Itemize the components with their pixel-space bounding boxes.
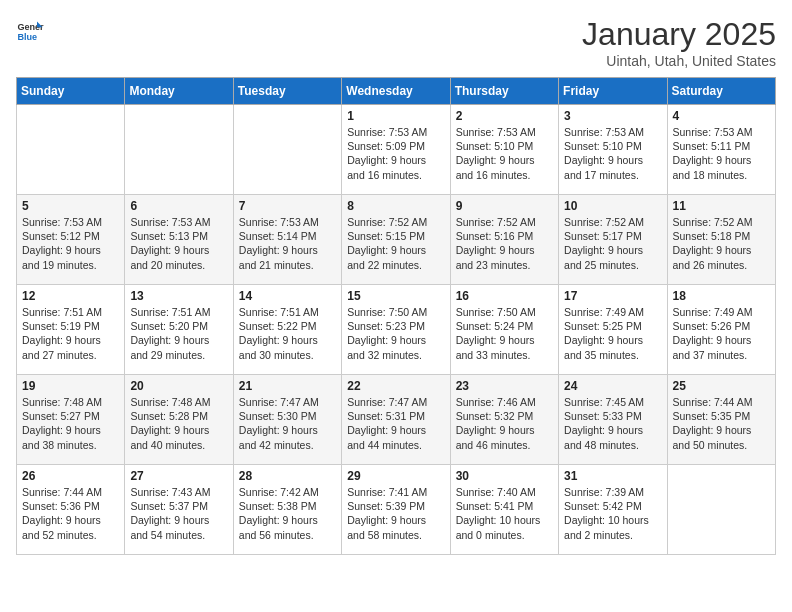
calendar-cell: 3Sunrise: 7:53 AMSunset: 5:10 PMDaylight… — [559, 105, 667, 195]
day-info: Sunrise: 7:50 AMSunset: 5:24 PMDaylight:… — [456, 305, 553, 362]
calendar-cell: 17Sunrise: 7:49 AMSunset: 5:25 PMDayligh… — [559, 285, 667, 375]
day-info: Sunrise: 7:42 AMSunset: 5:38 PMDaylight:… — [239, 485, 336, 542]
day-info: Sunrise: 7:44 AMSunset: 5:35 PMDaylight:… — [673, 395, 770, 452]
calendar-cell: 16Sunrise: 7:50 AMSunset: 5:24 PMDayligh… — [450, 285, 558, 375]
calendar-cell: 28Sunrise: 7:42 AMSunset: 5:38 PMDayligh… — [233, 465, 341, 555]
calendar-cell: 12Sunrise: 7:51 AMSunset: 5:19 PMDayligh… — [17, 285, 125, 375]
calendar-cell: 21Sunrise: 7:47 AMSunset: 5:30 PMDayligh… — [233, 375, 341, 465]
day-number: 24 — [564, 379, 661, 393]
day-number: 19 — [22, 379, 119, 393]
calendar-cell: 9Sunrise: 7:52 AMSunset: 5:16 PMDaylight… — [450, 195, 558, 285]
title-block: January 2025 Uintah, Utah, United States — [582, 16, 776, 69]
calendar-cell: 6Sunrise: 7:53 AMSunset: 5:13 PMDaylight… — [125, 195, 233, 285]
page-header: General Blue January 2025 Uintah, Utah, … — [16, 16, 776, 69]
day-number: 17 — [564, 289, 661, 303]
day-info: Sunrise: 7:41 AMSunset: 5:39 PMDaylight:… — [347, 485, 444, 542]
day-number: 10 — [564, 199, 661, 213]
calendar-cell — [233, 105, 341, 195]
day-info: Sunrise: 7:51 AMSunset: 5:22 PMDaylight:… — [239, 305, 336, 362]
logo: General Blue — [16, 16, 44, 44]
day-number: 6 — [130, 199, 227, 213]
day-info: Sunrise: 7:45 AMSunset: 5:33 PMDaylight:… — [564, 395, 661, 452]
day-info: Sunrise: 7:52 AMSunset: 5:15 PMDaylight:… — [347, 215, 444, 272]
calendar-cell: 27Sunrise: 7:43 AMSunset: 5:37 PMDayligh… — [125, 465, 233, 555]
day-number: 25 — [673, 379, 770, 393]
day-number: 28 — [239, 469, 336, 483]
calendar-cell: 24Sunrise: 7:45 AMSunset: 5:33 PMDayligh… — [559, 375, 667, 465]
day-number: 29 — [347, 469, 444, 483]
calendar-week-row: 26Sunrise: 7:44 AMSunset: 5:36 PMDayligh… — [17, 465, 776, 555]
calendar-table: SundayMondayTuesdayWednesdayThursdayFrid… — [16, 77, 776, 555]
calendar-header-row: SundayMondayTuesdayWednesdayThursdayFrid… — [17, 78, 776, 105]
day-number: 11 — [673, 199, 770, 213]
day-info: Sunrise: 7:44 AMSunset: 5:36 PMDaylight:… — [22, 485, 119, 542]
logo-icon: General Blue — [16, 16, 44, 44]
day-info: Sunrise: 7:46 AMSunset: 5:32 PMDaylight:… — [456, 395, 553, 452]
calendar-cell: 5Sunrise: 7:53 AMSunset: 5:12 PMDaylight… — [17, 195, 125, 285]
calendar-cell: 11Sunrise: 7:52 AMSunset: 5:18 PMDayligh… — [667, 195, 775, 285]
day-info: Sunrise: 7:48 AMSunset: 5:28 PMDaylight:… — [130, 395, 227, 452]
svg-text:Blue: Blue — [17, 32, 37, 42]
weekday-header-friday: Friday — [559, 78, 667, 105]
calendar-cell: 22Sunrise: 7:47 AMSunset: 5:31 PMDayligh… — [342, 375, 450, 465]
calendar-week-row: 12Sunrise: 7:51 AMSunset: 5:19 PMDayligh… — [17, 285, 776, 375]
calendar-week-row: 1Sunrise: 7:53 AMSunset: 5:09 PMDaylight… — [17, 105, 776, 195]
calendar-cell: 31Sunrise: 7:39 AMSunset: 5:42 PMDayligh… — [559, 465, 667, 555]
calendar-cell: 10Sunrise: 7:52 AMSunset: 5:17 PMDayligh… — [559, 195, 667, 285]
calendar-cell: 29Sunrise: 7:41 AMSunset: 5:39 PMDayligh… — [342, 465, 450, 555]
day-info: Sunrise: 7:49 AMSunset: 5:26 PMDaylight:… — [673, 305, 770, 362]
day-number: 31 — [564, 469, 661, 483]
day-info: Sunrise: 7:48 AMSunset: 5:27 PMDaylight:… — [22, 395, 119, 452]
day-info: Sunrise: 7:43 AMSunset: 5:37 PMDaylight:… — [130, 485, 227, 542]
weekday-header-tuesday: Tuesday — [233, 78, 341, 105]
day-number: 15 — [347, 289, 444, 303]
location-title: Uintah, Utah, United States — [582, 53, 776, 69]
day-number: 2 — [456, 109, 553, 123]
calendar-cell: 7Sunrise: 7:53 AMSunset: 5:14 PMDaylight… — [233, 195, 341, 285]
calendar-cell — [17, 105, 125, 195]
day-info: Sunrise: 7:47 AMSunset: 5:30 PMDaylight:… — [239, 395, 336, 452]
weekday-header-sunday: Sunday — [17, 78, 125, 105]
calendar-cell: 15Sunrise: 7:50 AMSunset: 5:23 PMDayligh… — [342, 285, 450, 375]
day-info: Sunrise: 7:53 AMSunset: 5:10 PMDaylight:… — [456, 125, 553, 182]
calendar-cell: 1Sunrise: 7:53 AMSunset: 5:09 PMDaylight… — [342, 105, 450, 195]
day-number: 23 — [456, 379, 553, 393]
day-number: 14 — [239, 289, 336, 303]
day-info: Sunrise: 7:53 AMSunset: 5:11 PMDaylight:… — [673, 125, 770, 182]
day-number: 9 — [456, 199, 553, 213]
day-info: Sunrise: 7:52 AMSunset: 5:16 PMDaylight:… — [456, 215, 553, 272]
day-info: Sunrise: 7:49 AMSunset: 5:25 PMDaylight:… — [564, 305, 661, 362]
day-info: Sunrise: 7:40 AMSunset: 5:41 PMDaylight:… — [456, 485, 553, 542]
calendar-cell: 18Sunrise: 7:49 AMSunset: 5:26 PMDayligh… — [667, 285, 775, 375]
day-info: Sunrise: 7:53 AMSunset: 5:12 PMDaylight:… — [22, 215, 119, 272]
weekday-header-wednesday: Wednesday — [342, 78, 450, 105]
calendar-week-row: 19Sunrise: 7:48 AMSunset: 5:27 PMDayligh… — [17, 375, 776, 465]
day-info: Sunrise: 7:52 AMSunset: 5:18 PMDaylight:… — [673, 215, 770, 272]
day-info: Sunrise: 7:51 AMSunset: 5:19 PMDaylight:… — [22, 305, 119, 362]
calendar-cell: 2Sunrise: 7:53 AMSunset: 5:10 PMDaylight… — [450, 105, 558, 195]
calendar-week-row: 5Sunrise: 7:53 AMSunset: 5:12 PMDaylight… — [17, 195, 776, 285]
day-number: 7 — [239, 199, 336, 213]
calendar-cell: 14Sunrise: 7:51 AMSunset: 5:22 PMDayligh… — [233, 285, 341, 375]
day-number: 13 — [130, 289, 227, 303]
calendar-cell — [667, 465, 775, 555]
day-number: 1 — [347, 109, 444, 123]
day-info: Sunrise: 7:53 AMSunset: 5:10 PMDaylight:… — [564, 125, 661, 182]
day-number: 5 — [22, 199, 119, 213]
day-number: 22 — [347, 379, 444, 393]
calendar-cell: 4Sunrise: 7:53 AMSunset: 5:11 PMDaylight… — [667, 105, 775, 195]
weekday-header-thursday: Thursday — [450, 78, 558, 105]
month-title: January 2025 — [582, 16, 776, 53]
calendar-cell: 20Sunrise: 7:48 AMSunset: 5:28 PMDayligh… — [125, 375, 233, 465]
day-info: Sunrise: 7:53 AMSunset: 5:14 PMDaylight:… — [239, 215, 336, 272]
day-number: 20 — [130, 379, 227, 393]
calendar-cell: 19Sunrise: 7:48 AMSunset: 5:27 PMDayligh… — [17, 375, 125, 465]
calendar-cell: 8Sunrise: 7:52 AMSunset: 5:15 PMDaylight… — [342, 195, 450, 285]
day-number: 16 — [456, 289, 553, 303]
weekday-header-saturday: Saturday — [667, 78, 775, 105]
day-info: Sunrise: 7:47 AMSunset: 5:31 PMDaylight:… — [347, 395, 444, 452]
day-number: 27 — [130, 469, 227, 483]
day-info: Sunrise: 7:39 AMSunset: 5:42 PMDaylight:… — [564, 485, 661, 542]
calendar-cell — [125, 105, 233, 195]
day-number: 8 — [347, 199, 444, 213]
